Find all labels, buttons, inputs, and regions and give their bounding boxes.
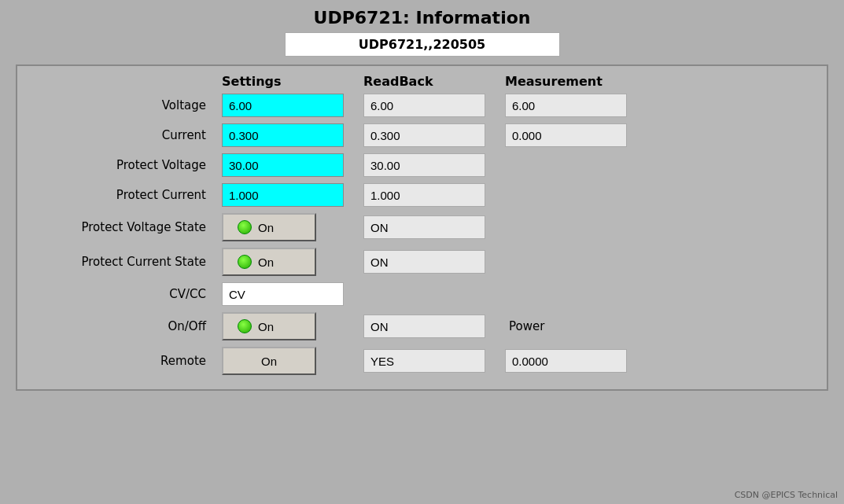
measurement-onoff-label: Power: [505, 319, 544, 333]
settings-protect-current[interactable]: [222, 183, 344, 207]
settings-protect-voltage[interactable]: [222, 153, 344, 177]
row-onoff: On/Off On Power: [25, 312, 819, 340]
row-protect-voltage-state: Protect Voltage State On: [25, 213, 819, 241]
device-id-box: UDP6721,,220505: [285, 32, 560, 57]
row-current: Current: [25, 123, 819, 147]
settings-cvcc[interactable]: [222, 282, 344, 306]
watermark: CSDN @EPICS Technical: [735, 490, 838, 500]
btn-protect-current-state[interactable]: On: [222, 248, 316, 276]
col-header-settings: Settings: [222, 74, 363, 89]
label-remote: Remote: [33, 354, 222, 368]
label-onoff: On/Off: [33, 319, 222, 333]
main-panel: Settings ReadBack Measurement Voltage Cu…: [16, 64, 828, 391]
settings-current[interactable]: [222, 123, 344, 147]
col-header-label: [33, 74, 222, 89]
btn-pcstate-label: On: [258, 256, 274, 269]
label-protect-current: Protect Current: [33, 188, 222, 202]
row-voltage: Voltage: [25, 94, 819, 117]
btn-remote[interactable]: On: [222, 347, 316, 375]
row-protect-current: Protect Current: [25, 183, 819, 207]
column-headers: Settings ReadBack Measurement: [25, 74, 819, 89]
green-dot-pvstate: [238, 220, 252, 234]
readback-onoff: [363, 315, 485, 338]
label-current: Current: [33, 128, 222, 142]
device-id-bar: UDP6721,,220505: [0, 32, 844, 57]
settings-voltage[interactable]: [222, 94, 344, 117]
label-voltage: Voltage: [33, 98, 222, 112]
green-dot-pcstate: [238, 255, 252, 269]
btn-onoff[interactable]: On: [222, 312, 316, 340]
label-protect-current-state: Protect Current State: [33, 255, 222, 269]
readback-voltage: [363, 94, 485, 117]
readback-remote: [363, 349, 485, 373]
measurement-voltage: [505, 94, 627, 117]
page-title: UDP6721: Information: [0, 0, 844, 32]
readback-current: [363, 123, 485, 147]
row-cvcc: CV/CC: [25, 282, 819, 306]
label-protect-voltage: Protect Voltage: [33, 158, 222, 172]
row-remote: Remote On: [25, 347, 819, 375]
readback-protect-current-state: [363, 250, 485, 274]
btn-pvstate-label: On: [258, 221, 274, 234]
readback-protect-voltage-state: [363, 215, 485, 239]
btn-protect-voltage-state[interactable]: On: [222, 213, 316, 241]
green-dot-onoff: [238, 319, 252, 333]
readback-protect-current: [363, 183, 485, 207]
measurement-current: [505, 123, 627, 147]
label-cvcc: CV/CC: [33, 287, 222, 301]
measurement-remote: [505, 349, 627, 373]
col-header-measurement: Measurement: [505, 74, 647, 89]
btn-remote-label: On: [261, 355, 277, 368]
row-protect-voltage: Protect Voltage: [25, 153, 819, 177]
readback-protect-voltage: [363, 153, 485, 177]
row-protect-current-state: Protect Current State On: [25, 248, 819, 276]
btn-onoff-label: On: [258, 320, 274, 333]
col-header-readback: ReadBack: [363, 74, 505, 89]
label-protect-voltage-state: Protect Voltage State: [33, 220, 222, 234]
